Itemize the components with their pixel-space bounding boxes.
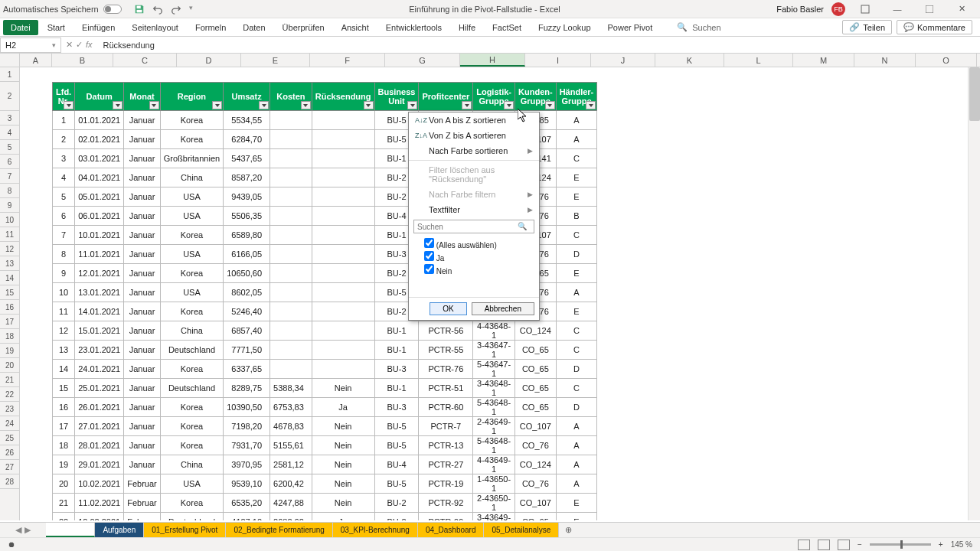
cell[interactable]: Nein: [312, 474, 374, 494]
cell[interactable]: 2682,62: [270, 513, 312, 521]
cell[interactable]: China: [160, 455, 223, 474]
cell[interactable]: Nein: [312, 455, 374, 474]
cell[interactable]: 4247,88: [270, 494, 312, 513]
cell[interactable]: [312, 245, 374, 264]
cell[interactable]: PCTR-92: [419, 494, 473, 513]
cell[interactable]: [312, 264, 374, 283]
cell[interactable]: Deutschland: [160, 513, 223, 521]
cell[interactable]: 4678,83: [270, 417, 312, 436]
cell[interactable]: 8: [53, 245, 75, 264]
cell[interactable]: Korea: [160, 226, 223, 245]
filter-button-icon[interactable]: [64, 101, 74, 109]
redo-icon[interactable]: [171, 4, 181, 15]
cell[interactable]: PCTR-13: [419, 436, 473, 455]
cell[interactable]: 6753,83: [270, 398, 312, 417]
cell[interactable]: CO_65: [515, 360, 557, 379]
cell[interactable]: C: [556, 226, 597, 245]
cell[interactable]: D: [556, 245, 597, 264]
row-header-3[interactable]: 3: [0, 111, 19, 126]
cell[interactable]: 8587,20: [224, 168, 270, 187]
cell[interactable]: C: [556, 321, 597, 341]
undo-icon[interactable]: [152, 4, 163, 15]
cell[interactable]: [312, 360, 374, 379]
cell[interactable]: Januar: [124, 398, 161, 417]
cell[interactable]: Korea: [160, 436, 223, 455]
col-header-B[interactable]: B: [52, 54, 113, 67]
cell[interactable]: 10390,50: [224, 398, 270, 417]
cell[interactable]: BU-1: [374, 341, 419, 360]
cell[interactable]: Korea: [160, 302, 223, 321]
cell[interactable]: Januar: [124, 187, 161, 207]
cell[interactable]: USA: [160, 207, 223, 226]
cell[interactable]: 3: [53, 149, 75, 168]
cell[interactable]: 20: [53, 474, 75, 494]
row-header-15[interactable]: 15: [0, 285, 19, 300]
row-header-22[interactable]: 22: [0, 387, 19, 402]
cell[interactable]: 6284,70: [224, 130, 270, 149]
cell[interactable]: 26.01.2021: [75, 398, 124, 417]
zoom-in-icon[interactable]: +: [939, 540, 943, 549]
cell[interactable]: BU-2: [374, 513, 419, 521]
cell[interactable]: 5: [53, 187, 75, 207]
cell[interactable]: E: [556, 264, 597, 283]
filter-button-icon[interactable]: [586, 101, 596, 109]
cell[interactable]: 15: [53, 379, 75, 398]
cell[interactable]: Januar: [124, 245, 161, 264]
cell[interactable]: [312, 283, 374, 302]
cell[interactable]: [270, 130, 312, 149]
cell[interactable]: 13.01.2021: [75, 283, 124, 302]
cell[interactable]: C: [556, 379, 597, 398]
row-header-21[interactable]: 21: [0, 373, 19, 387]
cell[interactable]: [312, 168, 374, 187]
page-break-view-icon[interactable]: [838, 540, 850, 550]
cell[interactable]: BU-2: [374, 494, 419, 513]
fx-icon[interactable]: fx: [86, 40, 93, 50]
cell[interactable]: 6166,05: [224, 245, 270, 264]
cell[interactable]: 10650,60: [224, 264, 270, 283]
sheet-tab-4[interactable]: 03_KPI-Berechnung: [333, 523, 418, 537]
col-header-N[interactable]: N: [854, 54, 916, 67]
autosave-switch-icon[interactable]: [103, 5, 122, 14]
cell[interactable]: CO_65: [515, 341, 557, 360]
cell[interactable]: 12.02.2021: [75, 513, 124, 521]
cell[interactable]: BU-1: [374, 379, 419, 398]
cell[interactable]: Nein: [312, 379, 374, 398]
cell[interactable]: CO_107: [515, 494, 557, 513]
select-all-corner[interactable]: [0, 54, 20, 67]
table-header-8[interactable]: Profitcenter: [419, 83, 473, 111]
tab-einfuegen[interactable]: Einfügen: [74, 20, 122, 35]
cell[interactable]: Januar: [124, 341, 161, 360]
cell[interactable]: Februar: [124, 494, 161, 513]
cell[interactable]: 7198,20: [224, 417, 270, 436]
cell[interactable]: 2581,12: [270, 455, 312, 474]
table-header-7[interactable]: Business Unit: [374, 83, 419, 111]
cell[interactable]: 6: [53, 207, 75, 226]
cell[interactable]: 11: [53, 302, 75, 321]
maximize-icon[interactable]: [917, 1, 942, 18]
sheet-tab-0[interactable]: Rohdaten: [46, 523, 95, 537]
cell[interactable]: 11.02.2021: [75, 494, 124, 513]
cell[interactable]: 03.01.2021: [75, 149, 124, 168]
filter-button-icon[interactable]: [545, 101, 555, 109]
row-header-4[interactable]: 4: [0, 126, 19, 140]
search-box[interactable]: 🔍 Suchen: [677, 22, 720, 32]
col-header-J[interactable]: J: [591, 54, 655, 67]
sort-za-item[interactable]: Z↓AVon Z bis A sortieren: [409, 128, 539, 143]
cell[interactable]: PCTR-19: [419, 474, 473, 494]
cell[interactable]: A: [556, 417, 597, 436]
cell[interactable]: 10.01.2021: [75, 226, 124, 245]
row-header-7[interactable]: 7: [0, 169, 19, 184]
tab-ueberpruefen[interactable]: Überprüfen: [275, 20, 332, 35]
cell[interactable]: [270, 341, 312, 360]
cell[interactable]: China: [160, 321, 223, 341]
cell[interactable]: 10.02.2021: [75, 474, 124, 494]
cell[interactable]: 22: [53, 513, 75, 521]
cell[interactable]: Februar: [124, 474, 161, 494]
cell[interactable]: 3-43648-1: [473, 379, 515, 398]
cell[interactable]: 25.01.2021: [75, 379, 124, 398]
page-layout-view-icon[interactable]: [818, 540, 830, 550]
cell[interactable]: CO_124: [515, 321, 557, 341]
cell[interactable]: 8602,05: [224, 283, 270, 302]
row-header-25[interactable]: 25: [0, 431, 19, 445]
tab-formeln[interactable]: Formeln: [188, 20, 234, 35]
